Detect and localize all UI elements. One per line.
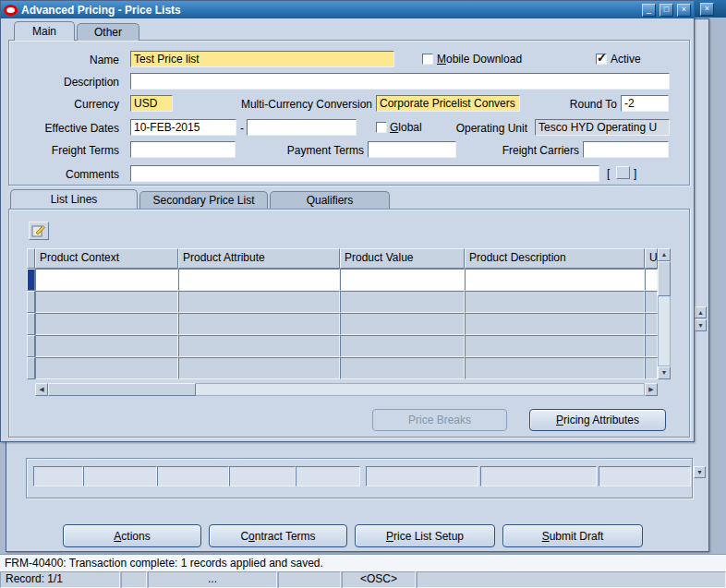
table-cell[interactable] xyxy=(35,291,178,313)
minimize-button[interactable]: _ xyxy=(642,4,656,17)
table-cell[interactable] xyxy=(35,313,178,335)
close-icon: × xyxy=(682,5,686,14)
row-selector[interactable] xyxy=(27,291,35,313)
scroll-down-button[interactable]: ▼ xyxy=(658,366,671,379)
row-selector-header xyxy=(27,248,35,269)
column-header-product-attribute[interactable]: Product Attribute xyxy=(178,248,340,269)
table-cell[interactable] xyxy=(178,269,340,291)
table-cell[interactable] xyxy=(35,357,178,379)
freight-terms-input[interactable] xyxy=(130,141,236,158)
scroll-left-button[interactable]: ◀ xyxy=(35,383,48,396)
column-header-product-description[interactable]: Product Description xyxy=(465,248,645,269)
editor-icon xyxy=(31,224,46,237)
mobile-download-checkbox[interactable] xyxy=(422,54,433,65)
currency-input[interactable]: USD xyxy=(130,95,173,112)
mdi-close-button[interactable]: × xyxy=(700,3,714,16)
pricing-attributes-button[interactable]: Pricing Attributes xyxy=(529,409,666,431)
scroll-right-button[interactable]: ▶ xyxy=(645,383,658,396)
coordination-box[interactable] xyxy=(616,166,630,179)
freight-carriers-input[interactable] xyxy=(583,141,669,158)
name-input[interactable]: Test Price list xyxy=(130,51,394,67)
tab-main[interactable]: Main xyxy=(14,21,75,41)
payment-terms-input[interactable] xyxy=(368,141,456,158)
multi-currency-input[interactable]: Corporate Pricelist Convers xyxy=(376,95,520,112)
table-cell[interactable] xyxy=(645,269,658,291)
arrow-up-icon: ▲ xyxy=(661,251,668,258)
osc-indicator: <OSC> xyxy=(342,571,416,588)
tab-secondary-price-list[interactable]: Secondary Price List xyxy=(139,191,268,209)
table-cell[interactable] xyxy=(340,335,465,357)
table-cell[interactable] xyxy=(178,357,340,379)
vertical-scrollbar-thumb[interactable] xyxy=(658,261,671,296)
table-cell[interactable] xyxy=(35,335,178,357)
table-cell[interactable] xyxy=(340,291,465,313)
table-cell[interactable] xyxy=(645,291,658,313)
row-selector[interactable] xyxy=(27,313,35,335)
scroll-down-button[interactable]: ▼ xyxy=(694,466,706,478)
table-cell[interactable] xyxy=(645,335,658,357)
table-cell[interactable] xyxy=(178,291,340,313)
background-field[interactable] xyxy=(480,466,597,486)
active-checkbox[interactable] xyxy=(596,54,607,65)
record-bar-cell xyxy=(121,571,147,588)
price-list-setup-button[interactable]: Price List Setup xyxy=(355,524,495,547)
bracket-open: [ xyxy=(607,167,610,180)
open-editor-button[interactable] xyxy=(29,222,49,240)
table-cell[interactable] xyxy=(645,357,658,379)
column-header-product-context[interactable]: Product Context xyxy=(35,248,178,269)
table-cell[interactable] xyxy=(465,291,645,313)
row-selector[interactable] xyxy=(27,335,35,357)
background-field[interactable] xyxy=(33,466,83,486)
table-cell[interactable] xyxy=(35,269,178,291)
scroll-up-button[interactable]: ▲ xyxy=(695,306,707,318)
effective-to-input[interactable] xyxy=(247,119,357,136)
horizontal-scrollbar-thumb[interactable] xyxy=(48,383,196,396)
arrow-down-icon: ▼ xyxy=(661,369,668,376)
round-to-input[interactable]: -2 xyxy=(621,95,669,112)
comments-input[interactable] xyxy=(130,165,599,182)
table-cell[interactable] xyxy=(340,313,465,335)
background-field[interactable] xyxy=(229,466,296,486)
status-message: FRM-40400: Transaction complete: 1 recor… xyxy=(5,557,323,570)
background-field[interactable] xyxy=(599,466,691,486)
operating-unit-field[interactable]: Tesco HYD Operating U xyxy=(535,119,670,136)
row-selector[interactable] xyxy=(27,357,35,379)
table-cell[interactable] xyxy=(178,335,340,357)
background-field[interactable] xyxy=(157,466,229,486)
title-bar[interactable]: Advanced Pricing - Price Lists _ □ × xyxy=(1,1,694,18)
global-checkbox[interactable] xyxy=(376,122,387,133)
comments-label: Comments xyxy=(10,168,119,181)
submit-draft-button[interactable]: Submit Draft xyxy=(502,524,643,547)
restore-button[interactable]: □ xyxy=(659,4,673,17)
table-cell[interactable] xyxy=(178,313,340,335)
restore-icon: □ xyxy=(664,5,669,14)
background-field[interactable] xyxy=(366,466,478,486)
row-selector[interactable] xyxy=(27,269,35,291)
scroll-down-button[interactable]: ▼ xyxy=(695,319,707,331)
tab-list-lines[interactable]: List Lines xyxy=(10,189,138,209)
tab-other[interactable]: Other xyxy=(77,23,139,41)
table-cell[interactable] xyxy=(465,357,645,379)
contract-terms-button[interactable]: Contract Terms xyxy=(209,524,347,547)
actions-button[interactable]: Actions xyxy=(63,524,201,547)
column-header-product-value[interactable]: Product Value xyxy=(340,248,465,269)
scroll-up-button[interactable]: ▲ xyxy=(658,248,671,261)
tab-qualifiers[interactable]: Qualifiers xyxy=(270,191,390,209)
table-cell[interactable] xyxy=(645,313,658,335)
effective-from-input[interactable]: 10-FEB-2015 xyxy=(130,119,236,136)
arrow-left-icon: ◀ xyxy=(39,386,43,392)
background-field[interactable] xyxy=(83,466,157,486)
arrow-down-icon: ▼ xyxy=(696,469,703,475)
description-input[interactable] xyxy=(130,73,670,90)
table-cell[interactable] xyxy=(340,269,465,291)
description-label: Description xyxy=(10,76,119,89)
column-header-uom[interactable]: U xyxy=(645,248,658,269)
window-title: Advanced Pricing - Price Lists xyxy=(21,4,638,17)
background-field[interactable] xyxy=(296,466,360,486)
table-cell[interactable] xyxy=(465,335,645,357)
close-button[interactable]: × xyxy=(677,4,691,17)
table-cell[interactable] xyxy=(465,313,645,335)
table-cell[interactable] xyxy=(465,269,645,291)
oracle-logo-icon[interactable] xyxy=(4,5,18,16)
table-cell[interactable] xyxy=(340,357,465,379)
